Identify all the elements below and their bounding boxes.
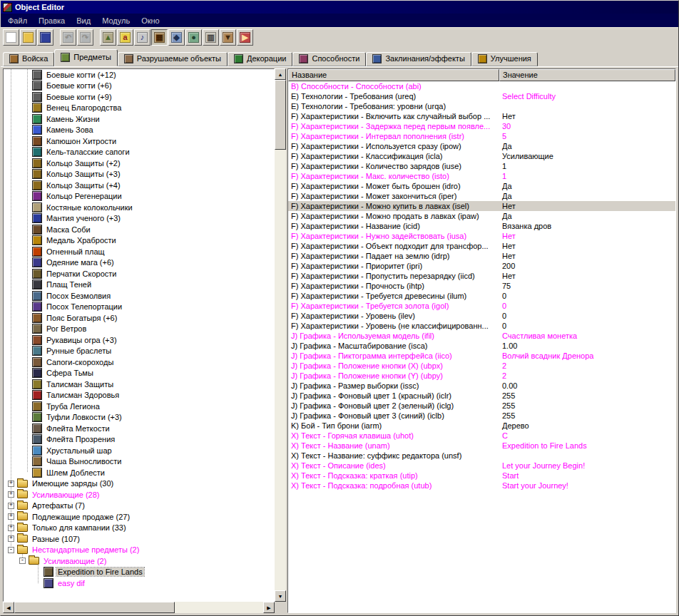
tree-folder-row[interactable]: +Имеющие заряды (30): [4, 478, 274, 490]
property-row[interactable]: X) Текст - Название: суффикс редактора (…: [288, 451, 675, 461]
tree-item-row[interactable]: Кольцо Защиты (+2): [4, 158, 274, 169]
tree-item-row[interactable]: Пояс Богатыря (+6): [4, 312, 274, 324]
tree-item-row[interactable]: easy dif: [4, 578, 274, 589]
tree-folder-row[interactable]: -Усиливающие (2): [4, 555, 274, 567]
property-row[interactable]: F) Характеристики - Классификация (icla)…: [288, 151, 675, 161]
property-row[interactable]: F) Характеристики - Используется сразу (…: [288, 141, 675, 151]
tab-units[interactable]: Войска: [3, 52, 54, 66]
property-row[interactable]: F) Характеристики - Уровень (ilev)0: [288, 311, 675, 321]
tree-item-row[interactable]: Рунные браслеты: [4, 346, 274, 357]
menu-item-2[interactable]: Вид: [71, 15, 96, 26]
property-row[interactable]: F) Характеристики - Название (icid)Вязан…: [288, 221, 675, 231]
property-row[interactable]: F) Характеристики - Можно продать в лавк…: [288, 211, 675, 221]
tree-item-row[interactable]: Венец Благородства: [4, 103, 274, 114]
tree-item-row[interactable]: Боевые когти (+6): [4, 81, 274, 92]
property-row[interactable]: B) Способности - Способности (abi): [288, 81, 675, 91]
object-editor-button[interactable]: ▦: [151, 29, 168, 46]
tree-item-row[interactable]: Сфера Тьмы: [4, 368, 274, 379]
vertical-scroll-thumb[interactable]: [275, 80, 286, 150]
property-row[interactable]: F) Характеристики - Может быть брошен (i…: [288, 181, 675, 191]
tab-buffs[interactable]: Заклинания/эффекты: [366, 52, 471, 66]
property-row[interactable]: J) Графика - Положение кнопки (X) (ubpx)…: [288, 361, 675, 371]
tab-abilities[interactable]: Способности: [292, 52, 366, 66]
tree-item-row[interactable]: Камень Зова: [4, 125, 274, 136]
tree-item-row[interactable]: Плащ Теней: [4, 279, 274, 291]
tree-item-row[interactable]: Рукавицы огра (+3): [4, 334, 274, 346]
tree-item-row[interactable]: Хрустальный шар: [4, 445, 274, 456]
tree-item-row[interactable]: Камень Жизни: [4, 113, 274, 125]
property-row[interactable]: F) Характеристики - Включить как случайн…: [288, 111, 675, 121]
tree-item-row[interactable]: Медаль Храбрости: [4, 235, 274, 247]
menu-item-1[interactable]: Правка: [33, 15, 71, 26]
tab-destructibles[interactable]: Разрушаемые объекты: [118, 52, 228, 66]
property-row[interactable]: F) Характеристики - Объект подходит для …: [288, 241, 675, 251]
property-row[interactable]: J) Графика - Размер выборки (issc)0.00: [288, 381, 675, 391]
expand-box[interactable]: +: [8, 525, 14, 531]
sound-editor-button[interactable]: ♪: [134, 29, 150, 46]
tree-folder-row[interactable]: +Артефакты (7): [4, 500, 274, 512]
property-row[interactable]: E) Технологии - Требования (ureq)Select …: [288, 91, 675, 101]
tree-item-row[interactable]: Маска Соби: [4, 224, 274, 235]
property-row[interactable]: J) Графика - Используемая модель (ifil)С…: [288, 331, 675, 341]
property-row[interactable]: F) Характеристики - Может закончиться (i…: [288, 191, 675, 201]
property-row[interactable]: X) Текст - Описание (ides)Let your Journ…: [288, 461, 675, 471]
property-row[interactable]: E) Технологии - Требования: уровни (urqa…: [288, 101, 675, 111]
menu-item-3[interactable]: Модуль: [96, 15, 136, 26]
property-row[interactable]: F) Характеристики - Требуется древесины …: [288, 291, 675, 301]
scroll-up-button[interactable]: ▲: [275, 68, 286, 80]
scroll-right-button[interactable]: ▶: [263, 602, 275, 613]
tree-folder-row[interactable]: +Подлежащие продаже (27): [4, 511, 274, 523]
titlebar[interactable]: Object Editor: [1, 1, 678, 14]
undo-button[interactable]: ↶: [60, 29, 76, 46]
new-map-button[interactable]: [3, 29, 19, 46]
expand-box[interactable]: +: [8, 491, 14, 498]
tree-folder-row[interactable]: -Нестандартные предметы (2): [4, 545, 274, 556]
tree-item-row[interactable]: Капюшон Хитрости: [4, 135, 274, 147]
property-row[interactable]: X) Текст - Подсказка: краткая (utip)Star…: [288, 471, 675, 481]
tree-item-row[interactable]: Кольцо Защиты (+4): [4, 180, 274, 191]
tab-items[interactable]: Предметы: [54, 49, 118, 66]
property-row[interactable]: F) Характеристики - Можно купить в лавка…: [288, 201, 675, 211]
tree-item-row[interactable]: Сапоги-скороходы: [4, 356, 274, 368]
tree-item-row[interactable]: Шлем Доблести: [4, 467, 274, 478]
expand-box[interactable]: +: [8, 481, 14, 487]
horizontal-scroll-thumb[interactable]: [14, 602, 175, 613]
property-row[interactable]: F) Характеристики - Прочность (ihtp)75: [288, 281, 675, 291]
property-row[interactable]: J) Графика - Фоновый цвет 2 (зеленый) (i…: [288, 401, 675, 411]
collapse-box[interactable]: -: [8, 547, 14, 553]
scroll-down-button[interactable]: ▼: [275, 590, 286, 602]
ai-editor-button[interactable]: ●: [185, 29, 202, 46]
tab-doodads[interactable]: Декорации: [228, 52, 292, 66]
property-row[interactable]: F) Характеристики - Интервал пополнения …: [288, 131, 675, 141]
test-map-button[interactable]: ▶: [237, 29, 253, 46]
tree-item-row[interactable]: Посох Телепортации: [4, 302, 274, 313]
tree-item-row[interactable]: Перчатки Скорости: [4, 268, 274, 279]
expand-box[interactable]: +: [8, 503, 14, 509]
tab-upgrades[interactable]: Улучшения: [471, 52, 538, 66]
tree-item-row[interactable]: Кель-таласские сапоги: [4, 147, 274, 158]
property-row[interactable]: X) Текст - Название (unam)Expedition to …: [288, 441, 675, 451]
campaign-editor-button[interactable]: ◆: [168, 29, 185, 46]
tree-horizontal-scrollbar[interactable]: ◀ ▶: [3, 602, 275, 613]
property-row[interactable]: K) Бой - Тип брони (iarm)Дерево: [288, 421, 675, 431]
property-row[interactable]: F) Характеристики - Уровень (не классифи…: [288, 321, 675, 331]
tree-folder-row[interactable]: +Разные (107): [4, 533, 274, 545]
property-row[interactable]: X) Текст - Горячая клавиша (uhot)C: [288, 431, 675, 441]
object-manager-button[interactable]: ▥: [203, 29, 219, 46]
property-row[interactable]: J) Графика - Пиктограмма интерфейса (iic…: [288, 351, 675, 361]
scroll-left-button[interactable]: ◀: [3, 602, 14, 613]
tree-item-row[interactable]: Огненный плащ: [4, 246, 274, 257]
tree-item-row[interactable]: Посох Безмолвия: [4, 290, 274, 302]
import-manager-button[interactable]: ▼: [220, 29, 236, 46]
app-icon[interactable]: [3, 3, 12, 12]
tree-item-row[interactable]: Мантия ученого (+3): [4, 213, 274, 225]
property-row[interactable]: X) Текст - Подсказка: подробная (utub)St…: [288, 481, 675, 491]
tree-item-row[interactable]: Боевые когти (+9): [4, 91, 274, 103]
property-row[interactable]: J) Графика - Положение кнопки (Y) (ubpy)…: [288, 371, 675, 381]
property-row[interactable]: F) Характеристики - Пропустить перезаряд…: [288, 271, 675, 281]
tree-item-row[interactable]: Рог Ветров: [4, 324, 274, 335]
tree-item-row[interactable]: Чаша Выносливости: [4, 456, 274, 468]
tree-folder-row[interactable]: +Усиливающие (28): [4, 489, 274, 500]
tree-item-row[interactable]: Кольцо Регенерации: [4, 191, 274, 202]
property-row[interactable]: F) Характеристики - Приоритет (ipri)200: [288, 261, 675, 271]
